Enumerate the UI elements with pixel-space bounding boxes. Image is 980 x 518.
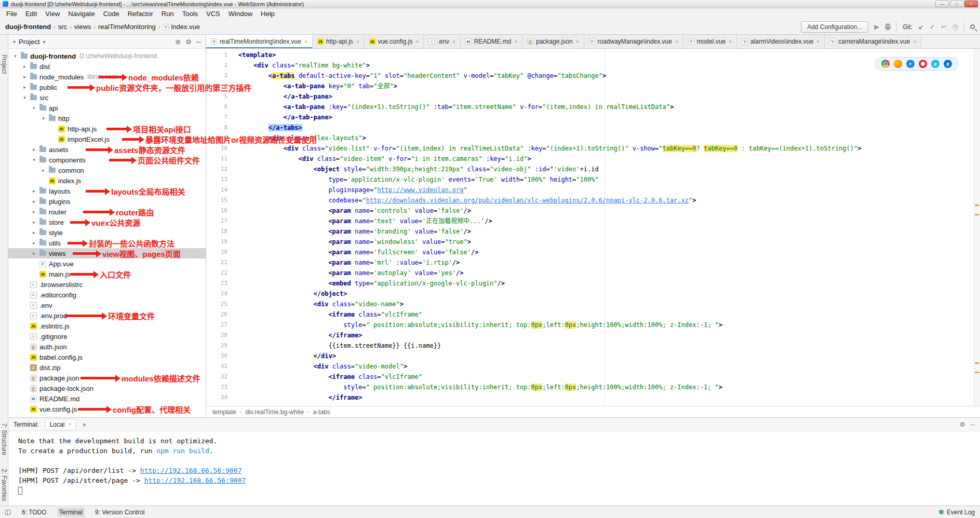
git-commit-icon[interactable]: ✓ [930,23,935,30]
chevron-right-icon[interactable]: ▸ [30,240,38,246]
editor-tab-README.md[interactable]: MREADME.md× [461,35,522,48]
editor-breadcrumb-a-tabs[interactable]: a-tabs [313,408,330,416]
code-line[interactable]: 12 <object style="width:390px;height:219… [206,164,974,174]
line-number[interactable]: 15 [206,195,232,206]
tab-close-icon[interactable]: × [356,39,359,45]
menu-help[interactable]: Help [257,9,279,19]
code-line[interactable]: 5 </a-tab-pane> [206,91,974,102]
line-number[interactable]: 31 [206,361,232,372]
close-button[interactable]: × [964,1,978,7]
code-line[interactable]: 23 <embed type="application/x-google-vlc… [206,278,974,289]
terminal-link[interactable]: http://192.168.66.56:9007 [140,467,242,474]
code-line[interactable]: 14 pluginspage="http://www.videolan.org" [206,185,974,195]
tree-item-README.md[interactable]: MREADME.md [8,393,206,404]
chevron-down-icon[interactable]: ▾ [39,116,47,121]
menu-tools[interactable]: Tools [178,9,202,19]
line-number[interactable]: 6 [206,102,232,112]
git-update-icon[interactable]: ↙ [918,23,924,30]
statusbar-6todo[interactable]: 6: TODO [20,508,49,517]
tool-strip-label-2favorites[interactable]: 2: Favorites [1,469,8,501]
chevron-down-icon[interactable]: ▾ [30,157,38,162]
code-line[interactable]: 13 type='application/x-vlc-plugin' event… [206,174,974,185]
menu-run[interactable]: Run [157,9,178,19]
chevron-right-icon[interactable]: ▸ [21,85,29,90]
editor-tab-vue.config.js[interactable]: JSvue.config.js× [365,35,424,48]
code-line[interactable]: 4 <a-tab-pane key="0" tab="全部"> [206,81,974,91]
tree-item-http[interactable]: ▾http [8,113,206,124]
line-number[interactable]: 17 [206,216,232,226]
tree-item-store[interactable]: ▸store [8,217,206,227]
tree-item-node_modules[interactable]: ▸node_moduleslibrary root [8,72,206,82]
hide-panel-icon[interactable]: ─ [196,38,201,46]
line-number[interactable]: 12 [206,164,232,174]
tree-item-duoji-frontend[interactable]: ▾duoji-frontendD:\zheheWeb\duoji-fronten… [8,51,206,61]
code-line[interactable]: 7 </a-tab-pane> [206,112,974,122]
minimize-button[interactable]: — [935,1,949,7]
chevron-down-icon[interactable]: ▾ [11,53,19,59]
line-number[interactable]: 34 [206,392,232,403]
chevron-right-icon[interactable]: ▸ [30,251,38,256]
tree-item-.browserslistrc[interactable]: ≡.browserslistrc [8,279,206,290]
tab-close-icon[interactable]: × [514,39,517,45]
line-number[interactable]: 25 [206,299,232,309]
line-number[interactable]: 21 [206,257,232,268]
code-line[interactable]: 26 <iframe class="vlcIframe" [206,309,974,320]
chevron-right-icon[interactable]: ▸ [30,209,38,214]
chevron-right-icon[interactable]: ▸ [30,220,38,225]
firefox-browser-icon[interactable] [894,60,902,68]
tree-item-babel.config.js[interactable]: JSbabel.config.js [8,352,206,362]
line-number[interactable]: 3 [206,71,232,81]
gear-icon[interactable]: ⚙ [185,38,192,46]
debug-icon[interactable] [885,23,891,30]
revert-icon[interactable]: ↩ [941,23,947,30]
error-stripe[interactable] [974,49,980,406]
chrome-browser-icon[interactable] [881,60,890,68]
editor-breadcrumb-template[interactable]: template [212,408,236,416]
code-line[interactable]: 9 <div class="flex-layouts"> [206,133,974,143]
line-number[interactable]: 10 [206,143,232,154]
edge-browser-icon[interactable]: e [944,60,952,68]
editor-tab-http-api.js[interactable]: JShttp-api.js× [313,35,365,48]
code-line[interactable]: 25 <div class="video-name"> [206,299,974,309]
line-number[interactable]: 29 [206,340,232,351]
tool-strip-label-project[interactable]: Project [1,54,8,74]
safari-browser-icon[interactable] [906,60,915,68]
code-line[interactable]: 34 </iframe> [206,392,974,403]
terminal-tab-close-icon[interactable]: × [68,421,71,427]
code-line[interactable]: 24 </object> [206,289,974,299]
terminal-gear-icon[interactable]: ⚙ [960,421,965,428]
tree-item-http-api.js[interactable]: JShttp-api.js [8,124,206,134]
editor-tab-model.vue[interactable]: Vmodel.vue× [683,35,737,48]
code-line[interactable]: 3 <a-tabs default-active-key="1" slot="h… [206,71,974,81]
code-line[interactable]: 8 </a-tabs> [206,122,974,133]
new-terminal-session-icon[interactable]: + [82,420,86,429]
breadcrumb-item-views[interactable]: views [74,23,91,31]
tree-item-layouts[interactable]: ▸layouts [8,186,206,196]
tab-close-icon[interactable]: × [913,39,916,45]
breadcrumb-item-realTimeMonitoring[interactable]: realTimeMonitoring [98,23,156,31]
tree-item-.eslintrc.js[interactable]: JS.eslintrc.js [8,321,206,331]
code-line[interactable]: 19 <param name='windowless' value="true"… [206,237,974,247]
code-line[interactable]: 32 <iframe class="vlcIframe" [206,372,974,382]
line-number[interactable]: 2 [206,60,232,71]
panel-caret-icon[interactable]: ▾ [13,39,16,45]
tree-item-auth.json[interactable]: {}auth.json [8,342,206,352]
tree-item-router[interactable]: ▸router [8,207,206,217]
tree-item-views[interactable]: ▸views [8,248,206,258]
code-line[interactable]: 2 <div class="realTime bg-white"> [206,60,974,71]
chevron-right-icon[interactable]: ▸ [21,74,29,79]
breadcrumb-item-index.vue[interactable]: Vindex.vue [163,23,200,31]
history-icon[interactable]: ◷ [952,23,958,30]
tab-close-icon[interactable]: × [304,39,307,45]
tree-item-plugins[interactable]: ▸plugins [8,196,206,207]
line-number[interactable]: 4 [206,81,232,91]
tree-item-common[interactable]: ▸common [8,165,206,175]
line-number[interactable]: 27 [206,320,232,330]
line-number[interactable]: 16 [206,206,232,216]
line-number[interactable]: 24 [206,289,232,299]
search-everywhere-icon[interactable] [970,24,975,29]
tree-item-.env.prod[interactable]: ≡.env.prod [8,310,206,321]
editor-tab-alarmVideos-index.vue[interactable]: ValarmVideos\index.vue× [737,35,825,48]
editor-tab-roadwayManage-index.vue[interactable]: VroadwayManage\index.vue× [584,35,683,48]
chevron-right-icon[interactable]: ▸ [30,199,38,204]
